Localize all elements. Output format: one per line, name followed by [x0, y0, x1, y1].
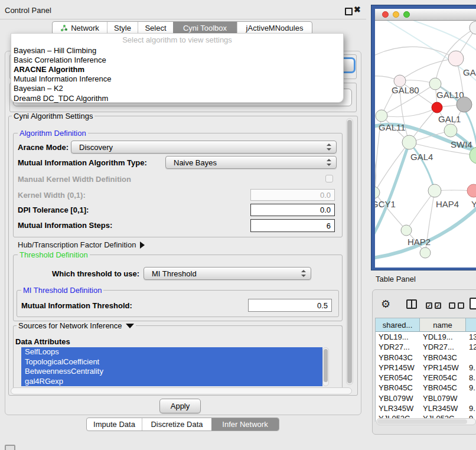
tab-jactivemnodules[interactable]: jActiveMNodules	[237, 22, 312, 34]
algorithm-option-basic-correlation-inference[interactable]: Basic Correlation Inference	[14, 55, 341, 64]
table-cell: 12	[469, 343, 476, 351]
apply-button[interactable]: Apply	[159, 399, 201, 413]
kernel-width-input[interactable]: 0.0	[250, 189, 335, 201]
tab-cyni-toolbox[interactable]: Cyni Toolbox	[173, 22, 237, 34]
table-row[interactable]: YPR145WYPR145W9.	[376, 363, 476, 373]
attribute-item-betweennesscentrality[interactable]: BetweennessCentrality	[21, 367, 322, 377]
aracne-mode-label: Aracne Mode:	[18, 143, 69, 152]
table-cell: YDR27...	[423, 343, 454, 351]
network-node[interactable]	[470, 21, 476, 34]
manual-kernel-label: Manual Kernel Width Definition	[18, 175, 131, 184]
float-icon[interactable]	[345, 8, 353, 15]
hub-definition-label: Hub/Transcription Factor Definition	[18, 240, 136, 249]
network-node-hap2[interactable]	[401, 225, 412, 236]
column-header-name[interactable]: name	[420, 318, 466, 332]
algorithm-option-bayesian-hill-climbing[interactable]: Bayesian – Hill Climbing	[14, 45, 341, 55]
unchecked-box-icon[interactable]	[449, 302, 455, 309]
network-node-label: GAL11	[379, 122, 406, 132]
settings-vertical-scrollbar[interactable]	[346, 118, 353, 385]
algorithm-option-mutual-information-inference[interactable]: Mutual Information Inference	[14, 74, 341, 84]
hub-definition-expander[interactable]: Hub/Transcription Factor Definition	[18, 240, 145, 249]
network-node-hap4[interactable]	[428, 184, 441, 197]
tab-select[interactable]: Select	[138, 22, 173, 34]
window-zoom-button[interactable]	[403, 11, 410, 18]
table-row[interactable]: YLR345WYLR345W9.	[376, 403, 476, 413]
unchecked-box-icon[interactable]	[458, 302, 464, 309]
dpi-tolerance-input[interactable]: 0.0	[250, 204, 335, 216]
split-columns-icon[interactable]	[406, 299, 417, 309]
threshold-definition-title: Threshold Definition	[18, 251, 90, 259]
column-header-extra[interactable]	[466, 318, 476, 332]
sources-expander[interactable]: Sources for Network Inference	[17, 322, 136, 330]
document-icon[interactable]	[470, 298, 476, 309]
network-node[interactable]	[432, 102, 442, 113]
tab-network[interactable]: Network	[53, 22, 107, 34]
attribute-item-gal4rgexp[interactable]: gal4RGexp	[21, 377, 322, 387]
algorithm-option-aracne-algorithm[interactable]: ARACNE Algorithm	[14, 64, 341, 74]
network-node-y[interactable]	[467, 184, 476, 197]
attribute-item-topologicalcoefficient[interactable]: TopologicalCoefficient	[21, 357, 322, 367]
table-row[interactable]: YDR27...YDR27...12	[376, 342, 476, 352]
window-close-button[interactable]	[382, 11, 389, 18]
algorithm-dropdown-popup: Select algorithm to view settings Bayesi…	[11, 33, 344, 103]
which-threshold-combobox[interactable]: MI Threshold	[144, 267, 311, 280]
network-node-gcy1[interactable]	[375, 187, 380, 198]
window-minimize-button[interactable]	[393, 11, 399, 18]
table-cell: YER054C	[423, 373, 457, 382]
mi-type-combobox[interactable]: Naive Bayes	[165, 156, 337, 169]
algorithm-option-bayesian-k2[interactable]: Bayesian – K2	[14, 84, 341, 93]
table-horizontal-scrollbar[interactable]	[376, 418, 476, 425]
mi-threshold-group-title: MI Threshold Definition	[21, 286, 103, 295]
network-node-label: GAL80	[392, 85, 419, 95]
gear-icon[interactable]: ⚙	[381, 298, 390, 311]
table-row[interactable]: YBL079WYBL079W	[376, 393, 476, 403]
column-header-shared[interactable]: shared...	[376, 318, 420, 332]
settings-horizontal-scrollbar[interactable]	[11, 387, 352, 394]
network-view-frame: GALGAL80GAL10GAL1GAL11SWI4GAL4GCY1HAP4YH…	[371, 5, 476, 270]
close-icon[interactable]: ✖	[354, 5, 361, 14]
checked-box-icon[interactable]: ✓	[435, 302, 441, 309]
network-node-gal4[interactable]	[402, 135, 416, 149]
network-node[interactable]	[420, 247, 431, 258]
dpi-tolerance-label: DPI Tolerance [0,1]:	[18, 206, 89, 214]
aracne-mode-combobox[interactable]: Discovery	[71, 141, 337, 154]
attribute-item-selfloops[interactable]: SelfLoops	[21, 347, 322, 357]
bottom-tab-impute-data[interactable]: Impute Data	[87, 418, 142, 431]
mi-steps-input[interactable]: 6	[250, 219, 335, 232]
table-row[interactable]: YBR043CYBR043C	[376, 353, 476, 363]
mi-steps-label: Mutual Information Steps:	[18, 221, 112, 230]
table-row[interactable]: YBR045CYBR045C9.	[376, 383, 476, 393]
tab-label: Network	[71, 24, 99, 32]
table-cell: YDR27...	[379, 343, 410, 351]
network-node-gal1[interactable]	[444, 124, 457, 137]
table-panel-title: Table Panel	[376, 275, 416, 283]
network-node-label: GAL	[463, 67, 476, 77]
attribute-list-scrollbar[interactable]	[322, 347, 329, 386]
network-node[interactable]	[457, 97, 472, 112]
table-cell: 9.	[469, 404, 475, 413]
tab-style[interactable]: Style	[107, 22, 138, 34]
algorithm-option-dream8-dc-tdc-algorithm[interactable]: Dream8 DC_TDC Algorithm	[14, 93, 341, 103]
which-threshold-label: Which threshold to use:	[51, 269, 139, 278]
network-node-label: HAP4	[436, 199, 459, 209]
table-row[interactable]: YER054CYER054C8.	[376, 373, 476, 383]
checked-box-icon[interactable]: ✓	[426, 302, 432, 309]
bottom-tab-discretize-data[interactable]: Discretize Data	[142, 418, 211, 431]
network-node-gal11[interactable]	[376, 110, 387, 122]
table-cell: YLR345W	[379, 404, 413, 413]
network-node-label: GAL4	[410, 152, 433, 162]
expand-down-icon	[126, 324, 134, 328]
network-node-gal[interactable]	[448, 51, 464, 66]
bottom-tab-infer-network[interactable]: Infer Network	[211, 418, 279, 431]
network-window-title-bar[interactable]	[375, 9, 476, 21]
manual-kernel-checkbox[interactable]	[325, 175, 333, 182]
network-canvas[interactable]: GALGAL80GAL10GAL1GAL11SWI4GAL4GCY1HAP4YH…	[375, 21, 476, 268]
network-node-label: SWI4	[451, 139, 472, 149]
network-node-gal10[interactable]	[429, 78, 441, 90]
tab-label: jActiveMNodules	[246, 24, 304, 32]
network-node-label: Y	[471, 199, 476, 209]
minimized-panel-icon[interactable]	[5, 445, 15, 450]
table-cell: 9.	[469, 383, 475, 392]
mi-threshold-input[interactable]: 0.5	[248, 299, 332, 312]
table-row[interactable]: YDL19...YDL19...13	[376, 332, 476, 342]
